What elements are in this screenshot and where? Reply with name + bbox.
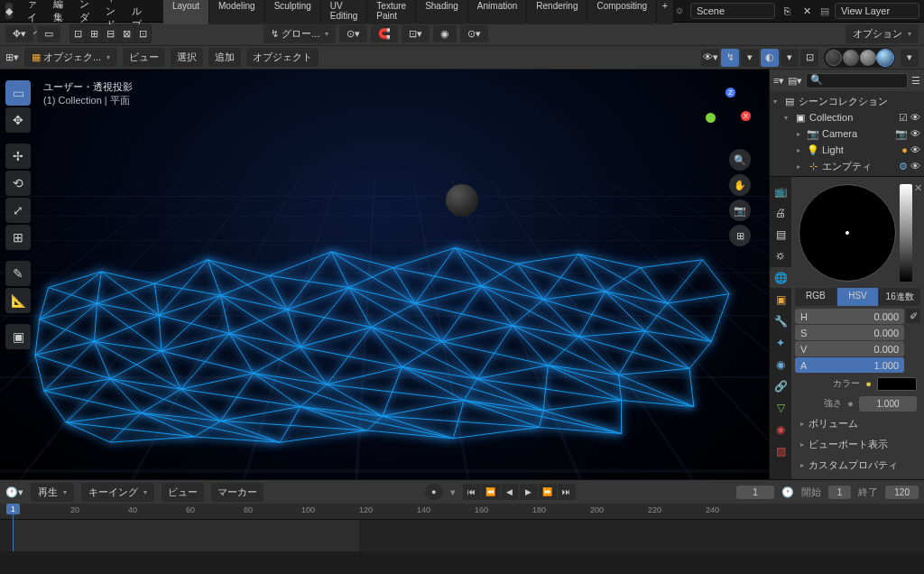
prop-tab-output[interactable]: 🖨 [770,202,791,223]
prop-tab-viewlayer[interactable]: ▤ [770,224,791,245]
prop-tab-scene[interactable]: ⛭ [770,245,791,266]
timeline-editor-icon[interactable]: 🕐▾ [5,486,23,498]
snap-2[interactable]: ⊞ [87,25,102,42]
mode-dropdown[interactable]: ▦ オブジェク... [24,48,117,67]
timeline-view[interactable]: ビュー [162,483,204,502]
select-tool-icon[interactable]: ▭ [37,25,60,42]
playhead[interactable] [13,504,14,551]
world-strength-field[interactable]: 1.000 [859,396,917,412]
visibility-icon[interactable]: 👁▾ [701,49,719,67]
axis-x-icon[interactable]: X [741,111,751,121]
tool-transform[interactable]: ⊞ [5,225,31,250]
autokey-icon[interactable]: ● [425,484,443,500]
current-frame-field[interactable]: 1 [736,486,774,499]
proportional-falloff-icon[interactable]: ⊙▾ [460,25,488,42]
color-wheel[interactable] [799,184,896,282]
tool-measure[interactable]: 📐 [5,288,31,313]
alpha-field[interactable]: A1.000 [795,357,904,373]
shade-material-icon[interactable] [860,50,876,66]
strength-link-dot[interactable]: ● [847,398,854,409]
editor-type-icon[interactable]: ⊞▾ [5,51,19,63]
world-color-swatch[interactable] [877,377,917,391]
keying-dropdown[interactable]: キーイング [81,483,154,502]
panel-viewport-display[interactable]: ▸ビューポート表示 [795,434,920,455]
close-icon[interactable]: ✕ [914,182,922,194]
outliner-filter-icon[interactable]: ☰ [911,75,920,87]
hue-field[interactable]: H0.000 [795,309,904,324]
tool-rotate[interactable]: ⟲ [5,171,31,196]
camera-view-icon[interactable]: 📷 [729,199,751,221]
options-dropdown[interactable]: オプション [845,24,919,43]
tab-texture[interactable]: Texture Paint [367,0,415,24]
shade-solid-icon[interactable] [843,50,859,66]
menu-object[interactable]: オブジェクト [246,48,319,67]
preview-range-icon[interactable]: 🕐 [781,486,794,498]
prop-tab-material[interactable]: ◉ [770,419,791,440]
scene-new-icon[interactable]: ⎘ [781,4,795,18]
pivot-icon[interactable]: ⊙▾ [339,25,367,42]
snap-toggle-icon[interactable]: 🧲 [371,25,398,42]
val-field[interactable]: V0.000 [795,341,904,356]
menu-select[interactable]: 選択 [171,48,203,67]
outliner-display-icon[interactable]: ▤▾ [788,75,802,87]
prop-tab-world[interactable]: 🌐 [770,267,791,288]
jump-start-icon[interactable]: ⏮ [463,484,481,500]
tree-empty[interactable]: ▸⊹エンプティ⚙👁 [772,158,922,174]
shading-options-icon[interactable]: ▾ [901,49,919,67]
tab-compositing[interactable]: Compositing [587,0,656,24]
tree-camera[interactable]: ▸📷Camera📷👁 [772,125,922,142]
menu-view[interactable]: ビュー [123,48,165,67]
axis-y-icon[interactable] [706,113,716,123]
shade-rendered-icon[interactable] [877,50,893,66]
sat-field[interactable]: S0.000 [795,325,904,340]
snap-element-icon[interactable]: ⊡▾ [402,25,430,42]
3d-viewport[interactable]: ▭ ✥ ✢ ⟲ ⤢ ⊞ ✎ 📐 ▣ ユーザー・透視投影 (1) Collecti… [0,69,769,479]
tree-light[interactable]: ▸💡Light●👁 [772,142,922,158]
jump-end-icon[interactable]: ⏭ [558,484,576,500]
snap-5[interactable]: ⊡ [135,25,151,42]
snap-4[interactable]: ⊠ [119,25,134,42]
timeline-marker[interactable]: マーカー [211,483,263,502]
xray-icon[interactable]: ⊡ [800,49,818,67]
tool-cursor[interactable]: ✥ [5,107,31,133]
snap-1[interactable]: ⊡ [70,25,86,42]
panel-volume[interactable]: ▸ボリューム [795,413,920,434]
cam-data-icon[interactable]: 📷 [895,128,908,140]
shade-wireframe-icon[interactable] [826,50,842,66]
prop-tab-modifier[interactable]: 🔧 [770,310,791,331]
tab-modeling[interactable]: Modeling [209,0,264,24]
tool-select-box[interactable]: ▭ [5,80,31,106]
tab-animation[interactable]: Animation [468,0,526,24]
tab-uv[interactable]: UV Editing [321,0,367,24]
prop-tab-particle[interactable]: ✦ [770,332,791,353]
tool-annotate[interactable]: ✎ [5,261,31,286]
tool-scale[interactable]: ⤢ [5,198,31,223]
tool-add-cube[interactable]: ▣ [5,324,31,349]
tree-scene-collection[interactable]: ▾▤シーンコレクション [772,93,922,109]
tab-sculpting[interactable]: Sculpting [265,0,320,24]
proportional-icon[interactable]: ◉ [433,25,457,42]
play-icon[interactable]: ▶ [520,484,538,500]
start-frame-field[interactable]: 1 [828,486,852,499]
end-frame-field[interactable]: 120 [885,486,919,499]
scene-name-field[interactable] [690,3,775,19]
gizmo-menu-icon[interactable]: ▾ [741,49,759,67]
overlay-toggle-icon[interactable]: ◐ [761,49,779,67]
gizmo-toggle-icon[interactable]: ↯ [721,49,739,67]
axis-z-icon[interactable]: Z [725,88,735,97]
nav-gizmo[interactable]: Z X [702,86,753,136]
tab-add[interactable]: + [657,0,673,24]
restrict-view-icon[interactable]: 👁 [910,112,920,124]
tree-collection[interactable]: ▾▣Collection☑👁 [772,109,922,125]
keyframe-next-icon[interactable]: ⏩ [539,484,557,500]
autokey-menu-icon[interactable]: ▾ [450,486,456,498]
tool-move[interactable]: ✢ [5,144,31,169]
tab-layout[interactable]: Layout [163,0,208,24]
playback-dropdown[interactable]: 再生 [31,483,74,502]
outliner-editor-icon[interactable]: ≡▾ [773,75,784,87]
prop-tab-physics[interactable]: ◉ [770,354,791,375]
prop-tab-data[interactable]: ▽ [770,397,791,418]
value-slider[interactable] [900,184,912,282]
ctab-hex[interactable]: 16進数 [879,288,920,306]
prop-tab-object[interactable]: ▣ [770,289,791,310]
